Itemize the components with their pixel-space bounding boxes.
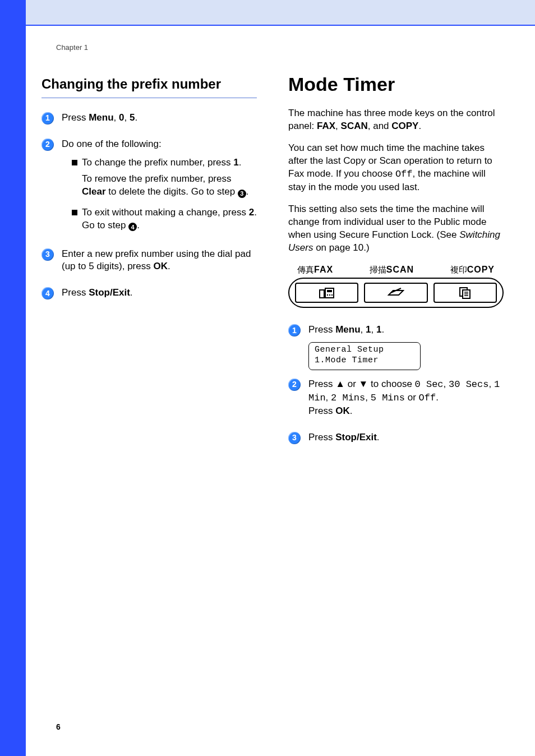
mt-step-3: 3 Press Stop/Exit. xyxy=(288,431,504,450)
lcd-display: General Setup 1.Mode Timer xyxy=(308,342,421,370)
label-scan: 掃描SCAN xyxy=(370,264,414,276)
mt-step-1: 1 Press Menu, 1, 1. General Setup 1.Mode… xyxy=(288,324,504,370)
mt-step-3-text: Press Stop/Exit. xyxy=(308,431,504,444)
modetimer-p2: You can set how much time the machine ta… xyxy=(288,142,504,194)
page-number: 6 xyxy=(56,722,61,732)
modetimer-p3: This setting also sets the time the mach… xyxy=(288,203,504,255)
svg-rect-2 xyxy=(327,290,332,292)
page-side-tab xyxy=(0,0,26,756)
svg-point-4 xyxy=(329,294,330,296)
step-2-intro: Do one of the following: xyxy=(62,138,257,151)
modetimer-p1: The machine has three mode keys on the c… xyxy=(288,107,504,133)
step-number-2: 2 xyxy=(288,379,301,391)
chapter-label: Chapter 1 xyxy=(56,43,504,53)
svg-point-5 xyxy=(331,294,332,296)
step-1: 1 Press Menu, 0, 5. xyxy=(41,112,257,130)
lcd-line-1: General Setup xyxy=(315,345,414,356)
step-number-2: 2 xyxy=(41,139,54,151)
page-body: Chapter 1 Changing the prefix number 1 P… xyxy=(41,43,504,722)
copy-key-icon xyxy=(433,283,497,303)
step-4-text: Press Stop/Exit. xyxy=(62,287,257,299)
svg-point-3 xyxy=(326,294,328,296)
fax-key-icon xyxy=(295,283,358,303)
section-heading-modetimer: Mode Timer xyxy=(288,72,504,98)
step-number-4: 4 xyxy=(41,287,54,299)
step-4: 4 Press Stop/Exit. xyxy=(41,287,257,305)
step-3-text: Enter a new prefix number using the dial… xyxy=(62,248,257,274)
step-number-3: 3 xyxy=(41,248,54,261)
ref-4-icon: 4 xyxy=(128,223,137,231)
page-header-band xyxy=(26,0,535,26)
left-column: Changing the prefix number 1 Press Menu,… xyxy=(41,75,257,458)
scan-key-icon xyxy=(364,283,427,303)
ref-3-icon: 3 xyxy=(238,190,246,198)
step-2: 2 Do one of the following: To change the… xyxy=(41,138,257,240)
bullet-icon xyxy=(72,210,77,215)
step-number-1: 1 xyxy=(288,324,301,336)
step-2-bullet-1: To change the prefix number, press 1. xyxy=(82,156,241,169)
mode-keys-illustration: 傳真FAX 掃描SCAN 複印COPY xyxy=(288,264,504,308)
bullet-icon xyxy=(72,160,77,165)
mt-step-1-text: Press Menu, 1, 1. xyxy=(308,324,504,336)
svg-rect-0 xyxy=(320,290,324,298)
section-heading-prefix: Changing the prefix number xyxy=(41,75,257,98)
step-number-3: 3 xyxy=(288,432,301,444)
lcd-line-2: 1.Mode Timer xyxy=(315,356,414,366)
right-column: Mode Timer The machine has three mode ke… xyxy=(288,75,504,458)
mt-step-2-text: Press ▲ or ▼ to choose 0 Sec, 30 Secs, 1… xyxy=(308,378,504,418)
label-fax: 傳真FAX xyxy=(297,264,333,276)
step-2-bullet-2: To exit without making a change, press 2… xyxy=(82,206,257,232)
step-2-bullet-1-sub: To remove the prefix number, press Clear… xyxy=(82,173,257,199)
step-number-1: 1 xyxy=(41,112,54,125)
mt-step-2: 2 Press ▲ or ▼ to choose 0 Sec, 30 Secs,… xyxy=(288,378,504,423)
svg-rect-1 xyxy=(325,288,334,298)
label-copy: 複印COPY xyxy=(450,264,495,276)
step-1-text: Press Menu, 0, 5. xyxy=(62,112,257,125)
step-3: 3 Enter a new prefix number using the di… xyxy=(41,248,257,279)
